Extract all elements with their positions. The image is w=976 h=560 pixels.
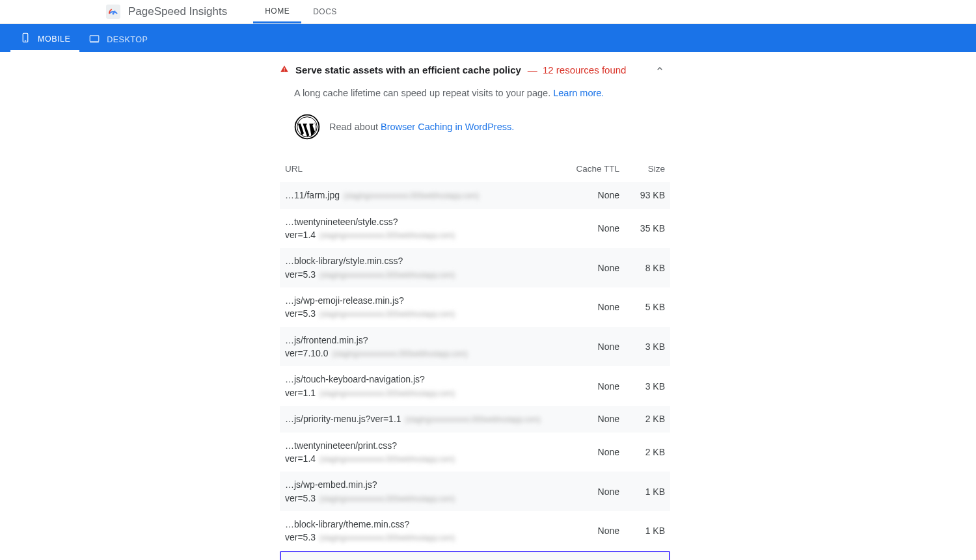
url-cell: …js/wp-emoji-release.min.js?ver=5.3(stag…: [285, 294, 574, 321]
audit-description-text: A long cache lifetime can speed up repea…: [294, 88, 550, 98]
url-cell: …block-library/theme.min.css?ver=5.3(sta…: [285, 518, 574, 544]
audit-description: A long cache lifetime can speed up repea…: [294, 87, 670, 101]
ttl-cell: None: [574, 190, 619, 200]
ttl-cell: None: [574, 487, 619, 497]
audit-panel: Serve static assets with an efficient ca…: [280, 64, 670, 560]
table-row: /analytics.js (www.google-analytics.com)…: [280, 551, 670, 560]
audit-count-prefix: —: [528, 64, 537, 75]
ttl-cell: None: [574, 447, 619, 457]
audit-count: — 12 resources found: [528, 64, 627, 75]
device-tab-desktop[interactable]: DESKTOP: [79, 27, 157, 52]
app-title: PageSpeed Insights: [128, 5, 227, 18]
col-url: URL: [285, 164, 574, 174]
size-cell: 2 KB: [619, 414, 665, 424]
device-tab-bar: MOBILE DESKTOP: [0, 24, 976, 52]
url-cell: …block-library/style.min.css?ver=5.3(sta…: [285, 254, 574, 281]
wordpress-caching-link[interactable]: Browser Caching in WordPress.: [381, 122, 514, 132]
tab-docs[interactable]: DOCS: [301, 0, 349, 23]
table-row: …11/farm.jpg(stagingxxxxxxxxxxx.000webho…: [280, 182, 670, 208]
size-cell: 35 KB: [619, 223, 665, 233]
url-cell: …twentynineteen/print.css?ver=1.4(stagin…: [285, 439, 574, 466]
table-row: …twentynineteen/style.css?ver=1.4(stagin…: [280, 209, 670, 248]
size-cell: 1 KB: [619, 526, 665, 536]
audit-header[interactable]: Serve static assets with an efficient ca…: [280, 64, 670, 76]
ttl-cell: None: [574, 223, 619, 233]
table-row: …js/priority-menu.js?ver=1.1(stagingxxxx…: [280, 406, 670, 432]
logo-wrap: PageSpeed Insights: [106, 5, 227, 19]
size-cell: 93 KB: [619, 190, 665, 200]
wordpress-hint-text: Read about Browser Caching in WordPress.: [329, 122, 514, 132]
size-cell: 3 KB: [619, 341, 665, 352]
pagespeed-logo-icon: [106, 5, 120, 19]
learn-more-link[interactable]: Learn more.: [553, 88, 604, 98]
ttl-cell: None: [574, 526, 619, 536]
alert-triangle-icon: [280, 64, 289, 75]
audit-count-text: 12 resources found: [543, 64, 626, 75]
device-tab-mobile-label: MOBILE: [38, 34, 70, 44]
mobile-icon: [20, 32, 31, 46]
desktop-icon: [88, 33, 100, 47]
url-cell: …js/frontend.min.js?ver=7.10.0(stagingxx…: [285, 334, 574, 360]
url-cell: …11/farm.jpg(stagingxxxxxxxxxxx.000webho…: [285, 189, 574, 202]
ttl-cell: None: [574, 414, 619, 424]
table-row: …js/frontend.min.js?ver=7.10.0(stagingxx…: [280, 327, 670, 367]
wordpress-icon: [294, 114, 320, 140]
audit-title: Serve static assets with an efficient ca…: [295, 64, 521, 75]
ttl-cell: None: [574, 341, 619, 352]
chevron-up-icon[interactable]: [655, 64, 670, 76]
table-row: …block-library/style.min.css?ver=5.3(sta…: [280, 248, 670, 287]
url-cell: …js/touch-keyboard-navigation.js?ver=1.1…: [285, 373, 574, 399]
device-tab-mobile[interactable]: MOBILE: [10, 27, 79, 52]
table-header: URL Cache TTL Size: [280, 158, 670, 183]
wordpress-hint-prefix: Read about: [329, 122, 378, 132]
url-cell: …js/wp-embed.min.js?ver=5.3(stagingxxxxx…: [285, 478, 574, 505]
size-cell: 5 KB: [619, 302, 665, 312]
size-cell: 2 KB: [619, 447, 665, 457]
size-cell: 8 KB: [619, 263, 665, 273]
ttl-cell: None: [574, 302, 619, 312]
table-row: …twentynineteen/print.css?ver=1.4(stagin…: [280, 433, 670, 472]
col-size: Size: [619, 164, 665, 174]
table-row: …js/wp-emoji-release.min.js?ver=5.3(stag…: [280, 287, 670, 327]
top-header: PageSpeed Insights HOME DOCS: [0, 0, 976, 24]
top-nav-tabs: HOME DOCS: [253, 0, 349, 23]
url-cell: …js/priority-menu.js?ver=1.1(stagingxxxx…: [285, 412, 574, 425]
svg-rect-7: [284, 70, 284, 71]
table-row: …js/touch-keyboard-navigation.js?ver=1.1…: [280, 366, 670, 406]
device-tab-desktop-label: DESKTOP: [107, 35, 148, 44]
table-row: …js/wp-embed.min.js?ver=5.3(stagingxxxxx…: [280, 472, 670, 511]
url-cell: …twentynineteen/style.css?ver=1.4(stagin…: [285, 215, 574, 242]
svg-rect-6: [284, 68, 284, 70]
url-cell: /analytics.js (www.google-analytics.com): [285, 557, 574, 560]
wordpress-hint: Read about Browser Caching in WordPress.: [294, 114, 670, 140]
col-ttl: Cache TTL: [574, 163, 619, 175]
ttl-cell: None: [574, 381, 619, 392]
size-cell: 1 KB: [619, 487, 665, 497]
resource-table: URL Cache TTL Size …11/farm.jpg(stagingx…: [280, 158, 670, 560]
table-row: …block-library/theme.min.css?ver=5.3(sta…: [280, 511, 670, 551]
ttl-cell: None: [574, 263, 619, 273]
size-cell: 3 KB: [619, 381, 665, 392]
svg-rect-4: [90, 35, 100, 41]
tab-home[interactable]: HOME: [253, 0, 301, 23]
